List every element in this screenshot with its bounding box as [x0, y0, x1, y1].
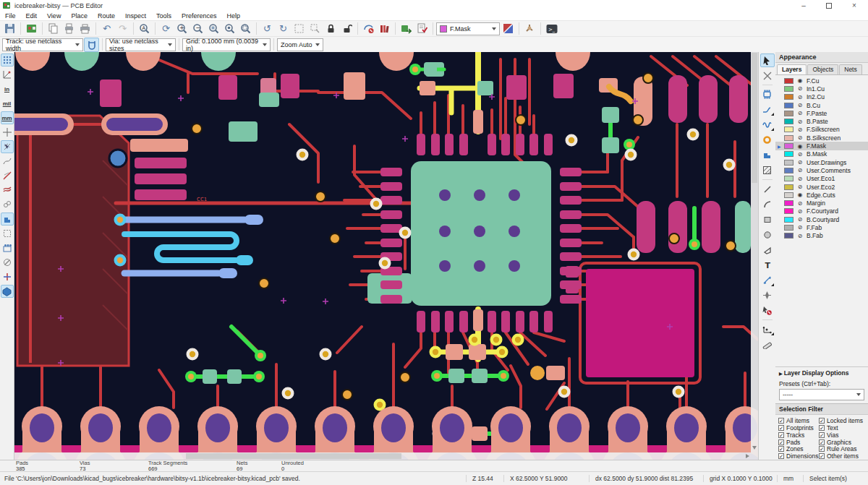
group-button[interactable] — [292, 22, 307, 36]
layer-row-margin[interactable]: ⊘Margin — [775, 199, 868, 207]
draw-polygon-button[interactable] — [760, 243, 775, 257]
refresh-button[interactable]: ⟳ — [158, 22, 174, 36]
filter-text[interactable]: ✓Text — [819, 424, 867, 432]
layer-row-userdrawings[interactable]: ⊘User.Drawings — [775, 158, 868, 166]
route-tracks-button[interactable] — [760, 103, 775, 116]
draw-arc-button[interactable] — [760, 197, 775, 211]
layer-row-fmask[interactable]: ▶◉F.Mask — [775, 142, 868, 150]
layer-row-bpaste[interactable]: ⊘B.Paste — [775, 117, 868, 125]
layer-row-ffab[interactable]: ⊘F.Fab — [775, 223, 868, 231]
select-tool-button[interactable] — [760, 53, 775, 67]
visibility-icon[interactable]: ⊘ — [796, 224, 804, 231]
page-settings-button[interactable] — [46, 22, 61, 36]
plot-button[interactable] — [77, 22, 93, 36]
align-target-button[interactable] — [760, 288, 775, 302]
toggle-grid-button[interactable] — [1, 53, 14, 66]
filter-dimensions[interactable]: ✓Dimensions — [778, 452, 819, 460]
checkbox[interactable]: ✓ — [778, 425, 784, 431]
visibility-icon[interactable]: ⊘ — [796, 159, 804, 166]
filter-footprints[interactable]: ✓Footprints — [778, 424, 819, 432]
canvas-horizontal-scrollbar[interactable] — [14, 452, 751, 460]
pcb-canvas[interactable]: CC1 — [14, 52, 758, 460]
undo-button[interactable]: ↶ — [99, 22, 114, 36]
board-setup-button[interactable] — [24, 22, 39, 36]
filter-all-items[interactable]: ✓All items — [778, 417, 819, 424]
layer-row-fcu[interactable]: ◉F.Cu — [775, 77, 868, 85]
delete-tool-button[interactable] — [760, 304, 775, 317]
presets-combo[interactable]: ----- — [779, 389, 864, 400]
layer-row-fpaste[interactable]: ⊘F.Paste — [775, 109, 868, 117]
menu-help[interactable]: Help — [222, 12, 246, 20]
visibility-icon[interactable]: ⊘ — [796, 119, 804, 125]
grid-combo[interactable]: Grid: 0.1000 mm (0.0039 in) — [182, 38, 271, 51]
layer-color-swatch[interactable] — [784, 217, 793, 223]
visibility-icon[interactable]: ⊘ — [796, 176, 804, 182]
maximize-button[interactable] — [826, 3, 832, 9]
sketch-tracks-button[interactable] — [1, 184, 14, 197]
find-button[interactable]: A — [137, 22, 152, 36]
layer-row-bfab[interactable]: ⊘B.Fab — [775, 232, 868, 240]
tab-nets[interactable]: Nets — [839, 64, 861, 74]
zoom-fit-objects-button[interactable] — [222, 22, 237, 36]
layer-row-bsilk[interactable]: ⊘B.Silkscreen — [775, 134, 868, 142]
layer-color-swatch[interactable] — [784, 78, 793, 84]
tab-layers[interactable]: Layers — [777, 64, 807, 74]
layer-color-swatch[interactable] — [784, 192, 793, 198]
unlock-button[interactable] — [339, 22, 354, 36]
layer-display-options-toggle[interactable]: ▶Layer Display Options — [775, 366, 868, 379]
checkbox[interactable]: ✓ — [819, 418, 825, 424]
zoom-selection-button[interactable] — [238, 22, 253, 36]
visibility-icon[interactable]: ⊘ — [796, 126, 804, 133]
lock-button[interactable] — [323, 22, 339, 36]
checkbox[interactable]: ✓ — [778, 432, 784, 438]
layer-row-bcourtyard[interactable]: ⊘B.Courtyard — [775, 215, 868, 223]
layer-color-swatch[interactable] — [784, 225, 793, 231]
layer-color-swatch[interactable] — [784, 208, 793, 214]
visibility-icon[interactable]: ⊘ — [796, 233, 804, 239]
zoom-combo[interactable]: Zoom Auto — [277, 38, 323, 51]
layer-color-swatch[interactable] — [784, 151, 793, 157]
checkbox[interactable]: ✓ — [819, 453, 825, 459]
visibility-icon[interactable]: ⊘ — [796, 134, 804, 141]
layer-color-swatch[interactable] — [784, 160, 793, 166]
add-zone-button[interactable] — [760, 148, 775, 162]
rotate-cw-button[interactable]: ↻ — [276, 22, 291, 36]
polar-coords-button[interactable] — [1, 68, 14, 81]
zoom-out-button[interactable]: − — [190, 22, 205, 36]
add-rule-area-button[interactable] — [760, 163, 775, 177]
local-ratsnest-button[interactable] — [760, 69, 775, 82]
visibility-icon[interactable]: ◉ — [796, 192, 804, 198]
layer-row-fcourtyard[interactable]: ⊘F.Courtyard — [775, 207, 868, 215]
layer-row-in1cu[interactable]: ⊘In1.Cu — [775, 85, 868, 93]
sketch-vias-button[interactable] — [1, 198, 14, 211]
layer-color-swatch[interactable] — [784, 135, 793, 141]
scroll-down-icon[interactable] — [752, 446, 757, 450]
layer-color-swatch[interactable] — [784, 184, 793, 190]
active-layer-combo[interactable]: F.Mask — [436, 22, 500, 35]
layer-color-swatch[interactable] — [784, 126, 793, 132]
add-dimension-button[interactable] — [760, 273, 775, 287]
filter-rule-areas[interactable]: ✓Rule Areas — [819, 445, 867, 452]
via-size-combo[interactable]: Via: use netclass sizes — [106, 38, 176, 51]
checkbox[interactable]: ✓ — [819, 425, 825, 431]
zone-outline-button[interactable] — [1, 227, 14, 240]
add-footprint-button[interactable] — [760, 87, 775, 101]
track-width-combo[interactable]: Track: use netclass width — [2, 38, 83, 51]
hide-ratsnest-button[interactable] — [1, 169, 14, 182]
add-via-button[interactable] — [760, 133, 775, 147]
layer-color-swatch[interactable] — [784, 168, 793, 173]
scroll-right-icon[interactable] — [746, 454, 749, 458]
filter-vias[interactable]: ✓Vias — [819, 432, 867, 439]
layers-view-mode-button[interactable] — [1, 285, 14, 298]
layer-row-edgecuts[interactable]: ◉Edge.Cuts — [775, 191, 868, 199]
layer-pair-button[interactable] — [501, 22, 516, 36]
filter-other-items[interactable]: ✓Other items — [819, 452, 867, 460]
zoom-fit-button[interactable] — [206, 22, 221, 36]
draw-circle-button[interactable] — [760, 228, 775, 241]
menu-route[interactable]: Route — [93, 12, 120, 20]
hide-zones-button[interactable] — [1, 256, 14, 269]
menu-preferences[interactable]: Preferences — [176, 12, 222, 20]
zone-display-mode-button[interactable] — [1, 241, 14, 254]
scripting-console-button[interactable]: >_ — [544, 22, 559, 36]
visibility-icon[interactable]: ⊘ — [796, 85, 804, 92]
